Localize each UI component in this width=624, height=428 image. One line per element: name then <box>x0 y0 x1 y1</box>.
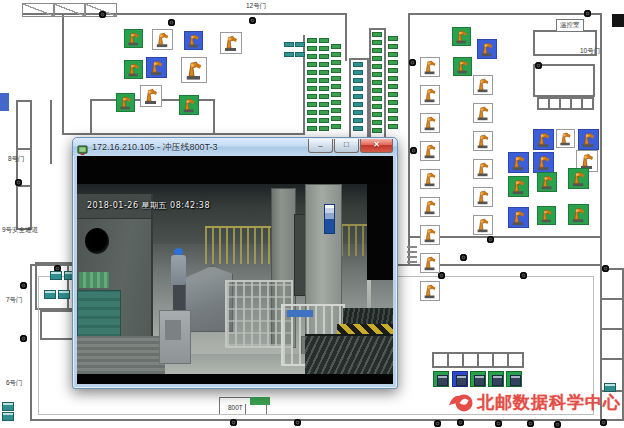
robot-icon[interactable] <box>420 141 440 161</box>
robot-icon[interactable] <box>124 60 143 79</box>
sensor-node[interactable] <box>554 421 561 428</box>
wall <box>533 64 535 97</box>
camera-window: 172.16.210.105 - 冲压线800T-3 – □ ✕ <box>72 137 398 389</box>
worker-helmet <box>174 248 183 255</box>
robot-icon[interactable] <box>220 32 242 54</box>
rack-unit <box>307 110 317 115</box>
rack-unit <box>284 42 294 47</box>
machine-tile[interactable] <box>470 371 486 387</box>
rack-unit <box>319 110 329 115</box>
rack-unit <box>388 36 398 41</box>
robot-icon[interactable] <box>477 39 497 59</box>
robot-icon[interactable] <box>420 57 440 77</box>
sensor-node[interactable] <box>20 335 27 342</box>
wall <box>432 352 434 368</box>
robot-icon[interactable] <box>537 172 557 192</box>
sensor-node[interactable] <box>410 147 417 154</box>
sensor-node[interactable] <box>434 420 441 427</box>
wall <box>477 352 479 368</box>
sensor-node[interactable] <box>487 236 494 243</box>
machine-glyph <box>437 375 448 386</box>
machine-tile[interactable] <box>488 371 504 387</box>
rack-unit <box>388 116 398 121</box>
robot-icon[interactable] <box>184 31 203 50</box>
wall <box>507 352 509 368</box>
sensor-node[interactable] <box>535 62 542 69</box>
sensor-node[interactable] <box>230 419 237 426</box>
robot-icon[interactable] <box>420 113 440 133</box>
sensor-node[interactable] <box>457 419 464 426</box>
robot-icon[interactable] <box>420 197 440 217</box>
sensor-node[interactable] <box>602 265 609 272</box>
maximize-button[interactable]: □ <box>334 139 359 153</box>
sensor-node[interactable] <box>584 10 591 17</box>
rack-unit <box>388 52 398 57</box>
robot-icon[interactable] <box>420 281 440 301</box>
rack-unit <box>331 108 341 113</box>
robot-icon[interactable] <box>473 131 493 151</box>
equipment-unit <box>2 412 14 421</box>
robot-icon[interactable] <box>453 57 472 76</box>
sensor-node[interactable] <box>409 59 416 66</box>
ladder-symbol <box>407 243 417 263</box>
robot-icon[interactable] <box>473 75 493 95</box>
robot-icon[interactable] <box>473 159 493 179</box>
robot-icon[interactable] <box>508 152 529 173</box>
robot-icon[interactable] <box>152 29 173 50</box>
rack-unit <box>353 62 363 67</box>
sensor-node[interactable] <box>168 19 175 26</box>
rack-unit <box>331 52 341 57</box>
rack-unit <box>372 40 382 45</box>
robot-icon[interactable] <box>179 95 199 115</box>
machine-glyph <box>492 375 503 386</box>
robot-icon[interactable] <box>508 207 529 228</box>
robot-icon[interactable] <box>124 29 143 48</box>
robot-icon[interactable] <box>473 187 493 207</box>
robot-icon[interactable] <box>533 152 554 173</box>
robot-icon[interactable] <box>578 129 599 150</box>
robot-icon[interactable] <box>420 253 440 273</box>
robot-icon[interactable] <box>537 206 556 225</box>
robot-icon[interactable] <box>420 169 440 189</box>
robot-icon[interactable] <box>568 168 589 189</box>
robot-icon[interactable] <box>556 129 575 148</box>
robot-icon[interactable] <box>420 85 440 105</box>
wall <box>90 99 92 135</box>
sensor-node[interactable] <box>527 420 534 427</box>
video-timestamp: 2018-01-26 星期五 08:42:38 <box>87 200 210 211</box>
sensor-node[interactable] <box>20 282 27 289</box>
robot-icon[interactable] <box>452 27 471 46</box>
robot-icon[interactable] <box>473 215 493 235</box>
robot-icon[interactable] <box>146 57 167 78</box>
sensor-node[interactable] <box>600 419 607 426</box>
cart-label <box>287 310 313 317</box>
wall <box>219 397 220 415</box>
video-black-band <box>367 184 393 280</box>
sensor-node[interactable] <box>460 254 467 261</box>
sensor-node[interactable] <box>15 179 22 186</box>
sensor-node[interactable] <box>495 420 502 427</box>
robot-icon[interactable] <box>568 204 589 225</box>
window-titlebar[interactable]: 172.16.210.105 - 冲压线800T-3 – □ ✕ <box>73 138 397 156</box>
rack-unit <box>353 86 363 91</box>
robot-icon[interactable] <box>420 225 440 245</box>
rack-unit <box>388 100 398 105</box>
robot-icon[interactable] <box>181 57 207 83</box>
machine-tile[interactable] <box>506 371 522 387</box>
robot-icon[interactable] <box>533 129 554 150</box>
robot-icon[interactable] <box>473 103 493 123</box>
wall <box>408 13 410 266</box>
robot-icon[interactable] <box>140 85 162 107</box>
sensor-node[interactable] <box>438 272 445 279</box>
robot-icon[interactable] <box>508 176 529 197</box>
minimize-button[interactable]: – <box>308 139 333 153</box>
machine-tile[interactable] <box>433 371 449 387</box>
sensor-node[interactable] <box>520 272 527 279</box>
sensor-node[interactable] <box>99 11 106 18</box>
robot-icon[interactable] <box>116 93 135 112</box>
sensor-node[interactable] <box>294 419 301 426</box>
close-button[interactable]: ✕ <box>360 139 393 153</box>
sensor-node[interactable] <box>249 17 256 24</box>
rack-unit <box>372 64 382 69</box>
machine-tile[interactable] <box>452 371 468 387</box>
